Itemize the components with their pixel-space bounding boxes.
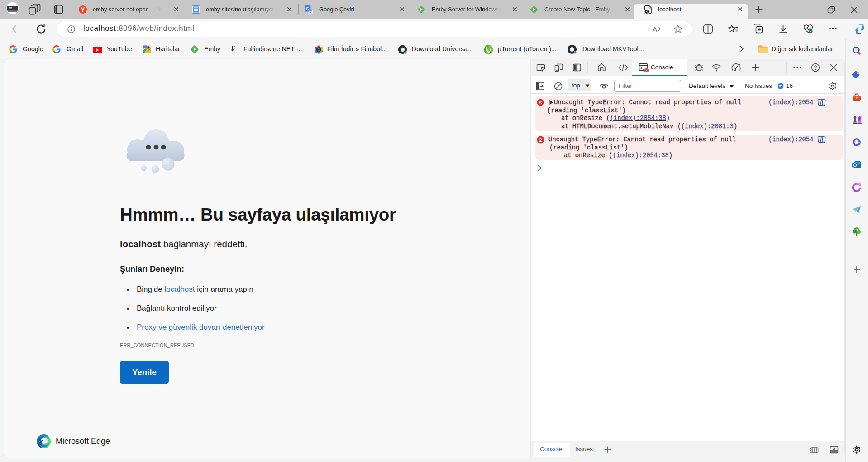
svg-text:文: 文: [309, 10, 313, 14]
svg-text:A: A: [653, 25, 657, 33]
svg-text:2: 2: [539, 137, 542, 143]
svg-text:Y: Y: [81, 6, 85, 13]
